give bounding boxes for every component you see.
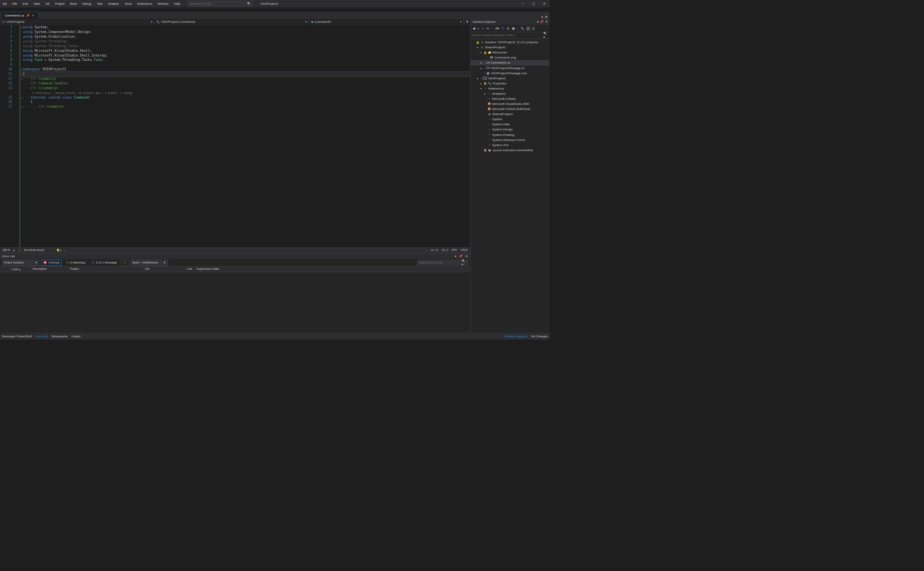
forward-icon[interactable]: ▶ <box>477 26 481 31</box>
configure-tabs-icon[interactable]: ⚙ <box>545 15 548 19</box>
col-code[interactable]: Code ▴ <box>9 267 31 271</box>
solution-explorer-search[interactable]: 🔍▾ <box>471 32 550 39</box>
col-file[interactable]: File <box>143 267 185 271</box>
nav-member-dropdown[interactable]: ◆CommandId▾ <box>309 19 464 26</box>
error-list-body[interactable] <box>0 272 470 333</box>
error-mode-dropdown[interactable]: Build + IntelliSense▾ <box>130 260 167 265</box>
panel-dropdown-icon[interactable]: ▾ <box>455 254 456 258</box>
eol-indicator[interactable]: CRLF <box>461 249 468 252</box>
dropdown-icon[interactable]: ▾ <box>541 15 543 19</box>
col-project[interactable]: Project <box>68 267 143 271</box>
tree-item[interactable]: ▸🔒🔧Properties <box>471 81 550 86</box>
tab-close-icon[interactable]: ✕ <box>32 14 35 17</box>
tree-item[interactable]: ▫System.Data <box>471 122 550 127</box>
panel-pin-icon[interactable]: 📌 <box>459 254 463 258</box>
search-icon[interactable]: 🔍 <box>247 2 251 5</box>
menu-tools[interactable]: Tools <box>122 0 134 7</box>
bottom-tab[interactable]: Git Changes <box>531 335 548 338</box>
indent-indicator[interactable]: SPC <box>452 249 458 252</box>
document-tab[interactable]: Command1.cs 📌 ✕ <box>2 12 38 19</box>
tree-item[interactable]: +▦VSIXProject1Package.vsct <box>471 71 550 76</box>
lightbulb-icon[interactable]: 💡▾ <box>56 249 61 252</box>
tree-item[interactable]: +🖼Command1.png <box>471 55 550 60</box>
tree-item[interactable]: ◈SharedProject1 <box>471 112 550 117</box>
tree-item[interactable]: ▫System.Drawing <box>471 132 550 137</box>
tree-item[interactable]: ▫System.Xml <box>471 143 550 148</box>
menu-file[interactable]: File <box>9 0 20 7</box>
tree-item[interactable]: ▫Microsoft.CSharp <box>471 96 550 101</box>
panel-close-icon[interactable]: ✕ <box>465 254 468 258</box>
panel-dropdown-icon[interactable]: ▾ <box>537 20 539 24</box>
panel-pin-icon[interactable]: 📌 <box>540 20 544 24</box>
pending-changes-filter-icon[interactable]: ◔▾ <box>494 26 500 31</box>
tree-item[interactable]: ▾✓C#VSIXProject1 <box>471 76 550 81</box>
search-icon[interactable]: 🔍▾ <box>543 32 548 39</box>
close-button[interactable]: ✕ <box>539 0 550 7</box>
tree-item[interactable]: ▾▫References <box>471 86 550 91</box>
menu-test[interactable]: Test <box>94 0 105 7</box>
tree-item[interactable]: ▾◈SharedProject1 <box>471 45 550 50</box>
error-scope-dropdown[interactable]: Entire Solution▾ <box>2 260 39 265</box>
solution-explorer-search-input[interactable] <box>472 33 543 37</box>
tree-item[interactable]: 📦Microsoft.VisualStudio.SDK <box>471 101 550 106</box>
menu-edit[interactable]: Edit <box>20 0 31 7</box>
tree-item[interactable]: 🔒▦source.extension.vsixmanifest <box>471 148 550 153</box>
tree-item[interactable]: ▫System.Windows.Forms <box>471 137 550 143</box>
menu-git[interactable]: Git <box>43 0 52 7</box>
col-suppression[interactable]: Suppression State <box>194 267 470 271</box>
clear-filter[interactable]: ✕ <box>121 260 128 265</box>
bottom-tab[interactable]: Output <box>72 335 81 338</box>
properties-icon[interactable]: 🔧 <box>520 26 525 31</box>
maximize-button[interactable]: ◻ <box>528 0 539 7</box>
bottom-tab[interactable]: Developer PowerShell <box>2 335 32 338</box>
minimize-button[interactable]: ─ <box>517 0 528 7</box>
col-description[interactable]: Description <box>30 267 68 271</box>
errors-filter[interactable]: ⛔0 Errors <box>41 260 62 265</box>
col-indicator[interactable]: Ch: 2 <box>442 249 448 252</box>
menu-build[interactable]: Build <box>67 0 79 7</box>
quick-launch-search[interactable]: 🔍 <box>188 1 253 6</box>
nav-class-dropdown[interactable]: 🔧VSIXProject1.Command1▾ <box>155 19 310 26</box>
bottom-tab[interactable]: Breakpoints <box>51 335 68 338</box>
view-icon[interactable]: ◫ <box>532 26 536 31</box>
quick-launch-input[interactable] <box>190 2 247 5</box>
tree-item[interactable]: ▸+C#Command1.cs <box>471 60 550 65</box>
back-icon[interactable]: ◀ <box>472 26 476 31</box>
error-search-input[interactable] <box>419 261 462 264</box>
messages-filter[interactable]: ⓘ0 of 1 Message <box>90 260 119 265</box>
bottom-tab[interactable]: Solution Explorer <box>504 335 527 338</box>
menu-window[interactable]: Window <box>155 0 171 7</box>
menu-help[interactable]: Help <box>171 0 183 7</box>
tree-item[interactable]: ▫System.Design <box>471 127 550 132</box>
collapse-all-icon[interactable]: ⇊ <box>506 26 510 31</box>
home-icon[interactable]: ⌂ <box>482 26 485 31</box>
menu-extensions[interactable]: Extensions <box>134 0 155 7</box>
tree-item[interactable]: 🔒⎔Solution 'VSIXProject1' (2 of 2 projec… <box>471 40 550 45</box>
menu-debug[interactable]: Debug <box>80 0 94 7</box>
switch-views-icon[interactable]: ⋈ <box>486 26 490 31</box>
nav-project-dropdown[interactable]: C#VSIXProject1▾ <box>0 19 155 26</box>
menu-analyze[interactable]: Analyze <box>105 0 122 7</box>
tree-item[interactable]: 📦Microsoft.VSSDK.BuildTools <box>471 106 550 112</box>
col-line[interactable]: Line <box>185 267 194 271</box>
search-icon[interactable]: 🔍▾ <box>462 259 467 266</box>
menu-project[interactable]: Project <box>52 0 67 7</box>
issues-label[interactable]: No issues found <box>24 249 44 252</box>
zoom-down-icon[interactable]: ▾ <box>13 249 15 252</box>
warnings-filter[interactable]: ⚠0 Warnings <box>64 260 88 265</box>
tree-item[interactable]: ▫System <box>471 117 550 122</box>
panel-close-icon[interactable]: ✕ <box>545 20 548 24</box>
editor-body[interactable]: 1234567891011121314151617 ⊟using System;… <box>0 25 470 247</box>
tab-pin-icon[interactable]: 📌 <box>26 14 30 17</box>
menu-view[interactable]: View <box>31 0 43 7</box>
line-indicator[interactable]: Ln: 11 <box>431 249 438 252</box>
sync-icon[interactable]: ↻ <box>501 26 505 31</box>
preview-selected-icon[interactable]: ▭ <box>526 26 531 31</box>
split-editor-icon[interactable]: ⬍ <box>464 19 471 26</box>
solution-tree[interactable]: 🔒⎔Solution 'VSIXProject1' (2 of 2 projec… <box>471 39 550 333</box>
code-content[interactable]: ⊟using System; using System.ComponentMod… <box>20 25 470 247</box>
tree-item[interactable]: ▾🔒📁Resources <box>471 50 550 55</box>
tree-item[interactable]: ▸+C#VSIXProject1Package.cs <box>471 66 550 71</box>
tree-item[interactable]: ▸▫Analyzers <box>471 91 550 96</box>
show-all-files-icon[interactable]: ▦ <box>511 26 516 31</box>
